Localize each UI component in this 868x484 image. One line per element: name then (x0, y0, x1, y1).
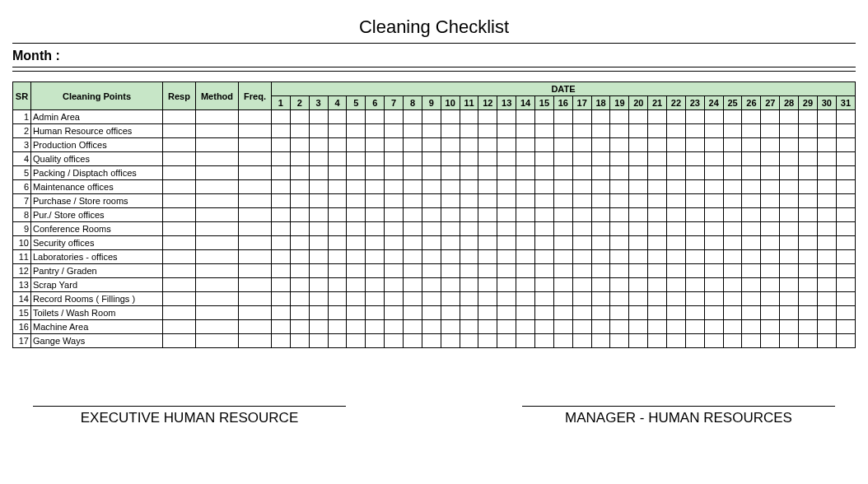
cell-day[interactable] (347, 208, 366, 222)
cell-day[interactable] (309, 278, 328, 292)
cell-day[interactable] (648, 292, 667, 306)
cell-day[interactable] (704, 166, 723, 180)
cell-day[interactable] (366, 166, 385, 180)
cell-day[interactable] (836, 110, 855, 124)
cell-day[interactable] (497, 306, 516, 320)
cell-day[interactable] (516, 306, 535, 320)
cell-day[interactable] (817, 306, 836, 320)
cell-day[interactable] (648, 278, 667, 292)
cell-day[interactable] (667, 194, 686, 208)
cell-day[interactable] (347, 124, 366, 138)
cell-day[interactable] (817, 334, 836, 348)
cell-day[interactable] (347, 166, 366, 180)
cell-day[interactable] (516, 138, 535, 152)
cell-day[interactable] (761, 194, 780, 208)
cell-day[interactable] (591, 152, 610, 166)
cell-day[interactable] (742, 264, 761, 278)
cell-empty[interactable] (239, 110, 272, 124)
cell-day[interactable] (667, 208, 686, 222)
cell-day[interactable] (422, 152, 441, 166)
cell-day[interactable] (441, 222, 460, 236)
cell-day[interactable] (761, 208, 780, 222)
cell-day[interactable] (685, 264, 704, 278)
cell-day[interactable] (347, 320, 366, 334)
cell-day[interactable] (441, 208, 460, 222)
cell-day[interactable] (478, 208, 497, 222)
cell-day[interactable] (516, 180, 535, 194)
cell-empty[interactable] (163, 334, 196, 348)
cell-day[interactable] (648, 166, 667, 180)
cell-day[interactable] (572, 124, 591, 138)
cell-day[interactable] (817, 124, 836, 138)
cell-day[interactable] (742, 278, 761, 292)
cell-day[interactable] (272, 180, 291, 194)
cell-day[interactable] (535, 236, 554, 250)
cell-day[interactable] (385, 152, 404, 166)
cell-day[interactable] (667, 180, 686, 194)
cell-day[interactable] (629, 124, 648, 138)
cell-day[interactable] (780, 138, 799, 152)
cell-empty[interactable] (239, 138, 272, 152)
cell-empty[interactable] (239, 166, 272, 180)
cell-day[interactable] (441, 236, 460, 250)
cell-day[interactable] (441, 152, 460, 166)
cell-day[interactable] (610, 222, 629, 236)
cell-day[interactable] (780, 320, 799, 334)
cell-day[interactable] (780, 194, 799, 208)
cell-day[interactable] (366, 320, 385, 334)
cell-day[interactable] (667, 124, 686, 138)
cell-day[interactable] (761, 222, 780, 236)
cell-day[interactable] (290, 264, 309, 278)
cell-day[interactable] (516, 110, 535, 124)
cell-day[interactable] (667, 264, 686, 278)
cell-day[interactable] (610, 320, 629, 334)
cell-day[interactable] (516, 222, 535, 236)
cell-day[interactable] (497, 278, 516, 292)
cell-day[interactable] (366, 292, 385, 306)
cell-day[interactable] (685, 208, 704, 222)
cell-day[interactable] (591, 110, 610, 124)
cell-empty[interactable] (196, 110, 239, 124)
cell-day[interactable] (761, 152, 780, 166)
cell-day[interactable] (817, 278, 836, 292)
cell-day[interactable] (553, 208, 572, 222)
cell-day[interactable] (648, 334, 667, 348)
cell-day[interactable] (516, 194, 535, 208)
cell-day[interactable] (667, 222, 686, 236)
cell-day[interactable] (685, 306, 704, 320)
cell-day[interactable] (366, 334, 385, 348)
cell-day[interactable] (385, 138, 404, 152)
cell-day[interactable] (648, 264, 667, 278)
cell-day[interactable] (516, 236, 535, 250)
cell-day[interactable] (591, 320, 610, 334)
cell-day[interactable] (328, 264, 347, 278)
cell-day[interactable] (535, 180, 554, 194)
cell-day[interactable] (572, 264, 591, 278)
cell-day[interactable] (366, 306, 385, 320)
cell-day[interactable] (478, 250, 497, 264)
cell-day[interactable] (497, 236, 516, 250)
cell-day[interactable] (799, 236, 818, 250)
cell-day[interactable] (404, 124, 422, 138)
cell-day[interactable] (817, 194, 836, 208)
cell-day[interactable] (460, 194, 478, 208)
cell-day[interactable] (272, 320, 291, 334)
cell-day[interactable] (497, 250, 516, 264)
cell-day[interactable] (704, 334, 723, 348)
cell-day[interactable] (328, 236, 347, 250)
cell-day[interactable] (309, 138, 328, 152)
cell-day[interactable] (347, 292, 366, 306)
cell-empty[interactable] (196, 264, 239, 278)
cell-day[interactable] (648, 250, 667, 264)
cell-day[interactable] (610, 110, 629, 124)
cell-day[interactable] (309, 292, 328, 306)
cell-day[interactable] (723, 250, 742, 264)
cell-day[interactable] (478, 264, 497, 278)
cell-day[interactable] (535, 166, 554, 180)
cell-day[interactable] (836, 236, 855, 250)
cell-day[interactable] (441, 264, 460, 278)
cell-day[interactable] (272, 152, 291, 166)
cell-day[interactable] (366, 152, 385, 166)
cell-day[interactable] (385, 124, 404, 138)
cell-day[interactable] (535, 320, 554, 334)
